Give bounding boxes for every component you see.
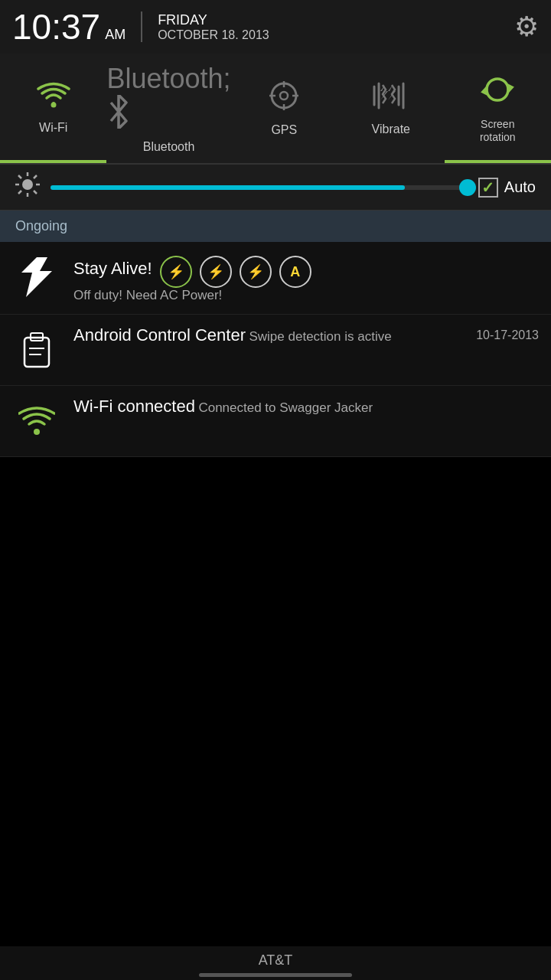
vibrate-icon	[373, 80, 409, 118]
gps-label: GPS	[271, 123, 297, 137]
svg-line-21	[18, 191, 21, 194]
svg-point-27	[34, 429, 40, 435]
toggle-gps[interactable]: GPS	[231, 54, 337, 163]
wifi-label: Wi-Fi	[39, 121, 67, 135]
sa-icon-yellow: A	[279, 256, 311, 288]
bluetooth-icon: Bluetooth;	[106, 63, 230, 136]
clock-ampm: AM	[105, 27, 126, 43]
stay-alive-subtitle: Off duty! Need AC Power!	[73, 288, 222, 302]
svg-line-18	[18, 175, 21, 178]
acc-subtitle: Swipe detection is active	[249, 329, 391, 344]
sa-icon-red: ⚡	[200, 256, 232, 288]
toggle-wifi[interactable]: Wi-Fi	[0, 54, 106, 163]
brightness-row: ✓ Auto	[0, 165, 551, 211]
svg-point-0	[51, 103, 56, 108]
stay-alive-icons: ⚡ ⚡ ⚡ A	[160, 256, 311, 288]
settings-icon[interactable]: ⚙	[514, 11, 539, 43]
toggle-vibrate[interactable]: Vibrate	[337, 54, 444, 163]
toggle-rotation[interactable]: Screenrotation	[445, 54, 551, 163]
wifi-notif-title: Wi-Fi connected	[73, 397, 195, 416]
notification-stay-alive[interactable]: Stay Alive! ⚡ ⚡ ⚡ A Off duty! Need AC Po…	[0, 242, 551, 315]
wifi-notif-content: Wi-Fi connected Connected to Swagger Jac…	[73, 397, 539, 416]
svg-rect-23	[24, 338, 49, 367]
bottom-bar: AT&T	[0, 946, 551, 980]
stay-alive-icon-wrap	[12, 253, 61, 302]
wifi-notif-icon-wrap	[12, 397, 61, 446]
wifi-notif-subtitle: Connected to Swagger Jacker	[198, 400, 373, 415]
notification-wifi[interactable]: Wi-Fi connected Connected to Swagger Jac…	[0, 386, 551, 457]
bottom-indicator	[199, 973, 352, 977]
ongoing-label: Ongoing	[15, 218, 67, 234]
status-bar: 10:37 AM FRIDAY OCTOBER 18. 2013 ⚙	[0, 0, 551, 54]
acc-icon-wrap	[12, 325, 61, 374]
stay-alive-content: Stay Alive! ⚡ ⚡ ⚡ A Off duty! Need AC Po…	[73, 253, 539, 303]
brightness-thumb	[459, 179, 476, 196]
wifi-icon	[37, 82, 70, 116]
date-full: OCTOBER 18. 2013	[158, 28, 269, 42]
sa-icon-green: ⚡	[160, 256, 192, 288]
rotation-label: Screenrotation	[480, 118, 516, 144]
notification-android-control[interactable]: Android Control Center Swipe detection i…	[0, 315, 551, 386]
svg-point-13	[22, 179, 33, 190]
svg-line-20	[34, 175, 37, 178]
ongoing-header: Ongoing	[0, 211, 551, 242]
acc-time: 10-17-2013	[476, 328, 539, 342]
date-block: FRIDAY OCTOBER 18. 2013	[158, 12, 269, 42]
rotation-icon	[481, 73, 514, 113]
toggle-bluetooth[interactable]: Bluetooth; Bluetooth	[106, 54, 230, 163]
auto-brightness-block[interactable]: ✓ Auto	[478, 178, 536, 198]
clock-time: 10:37	[12, 9, 100, 44]
stay-alive-title: Stay Alive!	[73, 259, 152, 279]
auto-brightness-label: Auto	[504, 178, 536, 196]
brightness-fill	[51, 185, 405, 190]
acc-content: Android Control Center Swipe detection i…	[73, 325, 464, 345]
vibrate-label: Vibrate	[372, 122, 410, 136]
gps-icon	[268, 80, 300, 119]
brightness-icon	[15, 172, 40, 202]
checkmark-icon: ✓	[481, 178, 494, 197]
auto-brightness-checkbox[interactable]: ✓	[478, 178, 498, 198]
sa-icon-white: ⚡	[240, 256, 272, 288]
time-block: 10:37 AM	[12, 9, 126, 44]
day-name: FRIDAY	[158, 12, 269, 28]
svg-line-19	[34, 191, 37, 194]
status-divider	[141, 11, 142, 42]
svg-marker-22	[21, 257, 52, 297]
quick-toggles: Wi-Fi Bluetooth; Bluetooth GPS	[0, 54, 551, 165]
svg-point-2	[280, 92, 288, 100]
bluetooth-label: Bluetooth	[143, 140, 195, 154]
acc-title: Android Control Center	[73, 325, 246, 345]
brightness-slider[interactable]	[51, 185, 468, 190]
carrier-label: AT&T	[259, 946, 293, 973]
